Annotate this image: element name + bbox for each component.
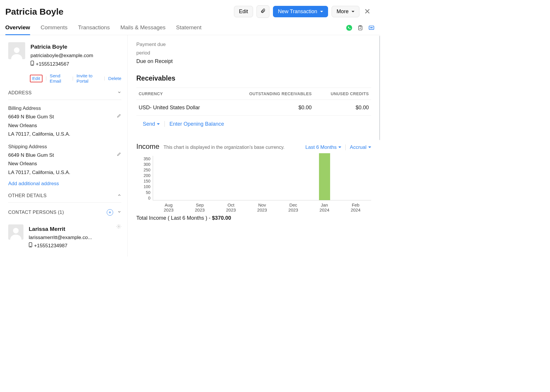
more-button[interactable]: More [332,6,359,17]
send-label: Send [143,121,155,127]
y-tick: 350 [144,156,150,161]
svg-point-5 [372,28,373,28]
svg-point-4 [371,28,372,28]
svg-point-11 [30,246,31,247]
payment-due-value: Due on Receipt [136,58,371,64]
billing-address: Billing Address 6649 N Blue Gum St New O… [8,104,121,138]
more-label: More [337,8,349,15]
x-tick: Feb2024 [351,202,360,212]
caret-down-icon [338,146,341,148]
th-unused: UNUSED CREDITS [314,88,371,100]
x-tick: Dec2023 [288,202,298,212]
send-dropdown[interactable]: Send [143,121,160,127]
tab-mails[interactable]: Mails & Messages [120,21,165,35]
section-contact-persons[interactable]: CONTACT PERSONS (1) + [8,205,121,220]
shipping-label: Shipping Address [8,142,121,151]
shipping-address: Shipping Address 6649 N Blue Gum St New … [8,142,121,177]
y-tick: 50 [146,190,150,195]
y-tick: 250 [144,168,150,172]
add-contact-button[interactable]: + [107,209,113,216]
edit-link[interactable]: Edit [32,76,40,81]
clipboard-check-icon[interactable] [357,25,364,31]
income-chart: 350300250200150100500 Aug2023Sep2023Oct2… [136,156,371,212]
profile-name: Patricia Boyle [30,42,93,52]
new-transaction-button[interactable]: New Transaction [273,6,328,17]
scrollbar[interactable] [379,35,380,141]
tab-transactions[interactable]: Transactions [78,21,110,35]
total-income-label: Total Income ( Last 6 Months ) - [136,215,212,221]
payment-due-label: Payment due period [136,40,177,57]
total-income-value: $370.00 [212,215,231,221]
y-tick: 300 [144,162,150,167]
send-email-link[interactable]: Send Email [50,73,69,84]
chat-icon[interactable] [368,25,375,31]
cell-currency: USD- United States Dollar [136,100,224,115]
caret-down-icon [368,146,371,148]
avatar [8,224,23,240]
contact-name: Larissa Merrit [29,224,92,234]
svg-point-12 [118,226,120,227]
tab-overview[interactable]: Overview [5,21,30,35]
chart-bar [319,153,330,200]
section-address[interactable]: ADDRESS [8,86,121,100]
y-tick: 0 [148,196,150,200]
profile-phone: +15551234567 [36,60,69,69]
page-title: Patricia Boyle [5,7,63,17]
caret-down-icon [352,11,354,12]
th-outstanding: OUTSTANDING RECEIVABLES [224,88,314,100]
whatsapp-icon[interactable] [346,25,352,31]
range-label: Last 6 Months [305,144,337,150]
mobile-icon [30,60,34,69]
income-subtitle: This chart is displayed in the organizat… [164,145,301,150]
caret-down-icon [157,123,160,125]
tab-comments[interactable]: Comments [41,21,68,35]
divider [104,76,105,81]
chevron-down-icon [117,90,121,96]
x-tick: Sep2023 [195,202,205,212]
section-other-details[interactable]: OTHER DETAILS [8,189,121,203]
cell-unused: $0.00 [314,100,371,115]
y-tick: 200 [144,173,150,178]
close-icon[interactable]: ✕ [363,7,372,16]
other-details-label: OTHER DETAILS [8,193,47,198]
svg-point-9 [13,228,18,234]
profile-email: patriciaboyle@example.com [30,52,93,60]
address-line: 6649 N Blue Gum St [8,113,121,121]
divider [73,76,73,81]
edit-button[interactable]: Edit [234,6,253,17]
receivables-table: CURRENCY OUTSTANDING RECEIVABLES UNUSED … [136,88,371,116]
tab-statement[interactable]: Statement [176,21,202,35]
divider [345,144,346,150]
cell-outstanding: $0.00 [224,100,314,115]
pencil-icon[interactable] [117,112,121,117]
contact-phone: +15551234987 [34,242,67,250]
svg-point-0 [346,25,352,31]
income-heading: Income [136,142,159,151]
range-dropdown[interactable]: Last 6 Months [305,144,342,150]
delete-link[interactable]: Delete [108,76,121,81]
address-section-label: ADDRESS [8,90,32,96]
address-line: New Orleans [8,121,121,130]
paperclip-icon [260,8,266,15]
enter-opening-balance-link[interactable]: Enter Opening Balance [169,121,224,127]
basis-label: Accrual [350,144,366,150]
th-currency: CURRENCY [136,88,224,100]
gear-icon[interactable] [116,224,121,229]
x-tick: Nov2023 [257,202,267,212]
attachment-button[interactable] [257,5,269,18]
contact-persons-label: CONTACT PERSONS (1) [8,210,64,215]
billing-label: Billing Address [8,104,121,113]
caret-down-icon [320,11,323,12]
address-line: 6649 N Blue Gum St [8,151,121,159]
address-line: LA 70117, California, U.S.A. [8,130,121,138]
svg-point-3 [370,28,371,28]
new-transaction-label: New Transaction [278,8,317,15]
basis-dropdown[interactable]: Accrual [350,144,371,150]
add-address-link[interactable]: Add additional address [8,181,59,187]
invite-portal-link[interactable]: Invite to Portal [77,73,101,84]
mobile-icon [29,242,32,250]
divider [164,121,165,127]
table-row: USD- United States Dollar $0.00 $0.00 [136,100,371,115]
chevron-up-icon [117,193,121,198]
pencil-icon[interactable] [117,151,121,155]
